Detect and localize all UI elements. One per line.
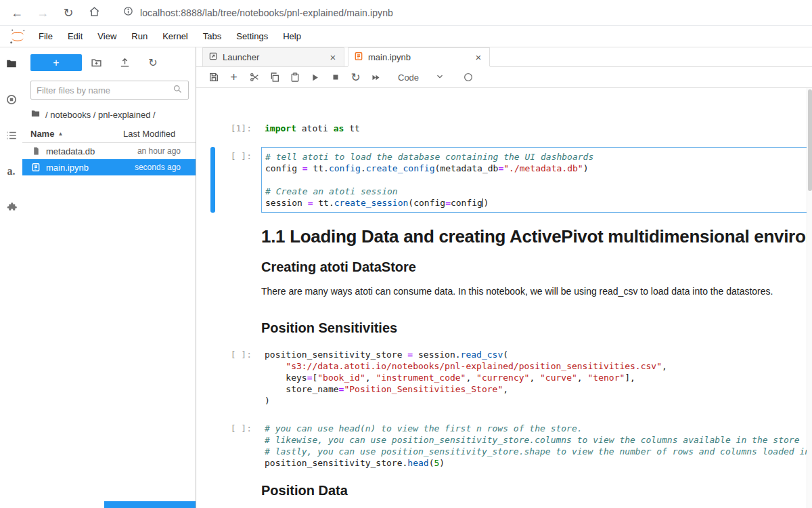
- cut-cells-icon[interactable]: [245, 69, 263, 85]
- cell-collapser[interactable]: [210, 419, 215, 472]
- address-bar[interactable]: localhost:8888/lab/tree/notebooks/pnl-ex…: [123, 6, 393, 19]
- close-icon[interactable]: ×: [328, 51, 338, 63]
- extension-manager-icon[interactable]: [5, 200, 18, 214]
- menu-help[interactable]: Help: [275, 26, 309, 47]
- kernel-status-icon[interactable]: [459, 69, 477, 85]
- table-of-contents-icon[interactable]: [5, 129, 18, 142]
- restart-kernel-icon[interactable]: ↻: [346, 69, 365, 85]
- tab-label: main.ipynb: [368, 52, 468, 62]
- new-folder-icon[interactable]: [82, 57, 110, 68]
- run-cell-icon[interactable]: [306, 69, 324, 85]
- code-cell-read-csv[interactable]: [ ]: position_sensitivity_store = sessio…: [196, 345, 812, 410]
- notebook-scrollbar[interactable]: [807, 88, 812, 508]
- cell-collapser[interactable]: [210, 119, 215, 137]
- atoti-extension-icon[interactable]: a.: [5, 165, 18, 178]
- url-text[interactable]: localhost:8888/lab/tree/notebooks/pnl-ex…: [140, 7, 393, 18]
- file-filter: [30, 81, 189, 100]
- dock-tab-bar: Launcher × main.ipynb ×: [196, 47, 812, 67]
- jupyter-logo-icon: [9, 28, 26, 45]
- markdown-heading-1: 1.1 Loading Data and creating ActivePivo…: [261, 226, 807, 247]
- notebook-content: [1]: import atoti as tt [ ]: # tell atot…: [196, 88, 812, 508]
- file-browser-panel: + ↻ / notebooks / pnl-explained / Name: [22, 47, 196, 508]
- running-sessions-icon[interactable]: [5, 93, 18, 106]
- panel-scroll-indicator: [104, 501, 196, 508]
- file-row-metadata-db[interactable]: metadata.db an hour ago: [22, 143, 196, 159]
- cell-prompt: [ ]:: [215, 419, 261, 472]
- info-icon[interactable]: [123, 6, 133, 19]
- file-modified: an hour ago: [123, 146, 187, 156]
- scrollbar-thumb[interactable]: [808, 89, 812, 191]
- close-icon[interactable]: ×: [473, 51, 484, 63]
- cell-prompt: [ ]:: [215, 345, 261, 410]
- cell-editor[interactable]: # tell atoti to load the database contai…: [261, 147, 812, 213]
- activity-bar: a.: [0, 47, 22, 508]
- cell-collapser[interactable]: [210, 147, 215, 213]
- menu-tabs[interactable]: Tabs: [196, 26, 229, 47]
- menu-file[interactable]: File: [31, 26, 60, 47]
- breadcrumb[interactable]: / notebooks / pnl-explained /: [22, 102, 196, 125]
- file-browser-toolbar: + ↻: [22, 47, 196, 74]
- file-list-header: Name ▲ Last Modified: [22, 125, 196, 143]
- run-all-cells-icon[interactable]: [367, 69, 385, 85]
- code-cell-head[interactable]: [ ]: # you can use head(n) to view the f…: [196, 419, 812, 472]
- cell-prompt: [ ]:: [215, 147, 261, 213]
- menu-edit[interactable]: Edit: [60, 26, 90, 47]
- file-name: metadata.db: [46, 146, 118, 156]
- chevron-down-icon: [435, 72, 445, 83]
- notebook-file-icon: [30, 162, 41, 173]
- menu-settings[interactable]: Settings: [229, 26, 275, 47]
- paste-cells-icon[interactable]: [286, 69, 304, 85]
- cell-editor[interactable]: # you can use head(n) to view the first …: [261, 419, 812, 472]
- cell-collapser[interactable]: [210, 345, 215, 410]
- home-icon[interactable]: [87, 6, 102, 20]
- code-cell-config-active[interactable]: [ ]: # tell atoti to load the database c…: [196, 147, 812, 213]
- file-icon: [30, 146, 41, 156]
- markdown-heading-position-data: Position Data: [261, 483, 807, 499]
- sort-asc-icon: ▲: [58, 131, 63, 137]
- file-name: main.ipynb: [46, 163, 118, 173]
- new-launcher-button[interactable]: +: [30, 54, 82, 71]
- forward-icon[interactable]: →: [35, 7, 50, 19]
- tab-label: Launcher: [223, 52, 323, 62]
- home-folder-icon[interactable]: [30, 108, 41, 121]
- markdown-heading-datastore: Creating atoti DataStore: [261, 259, 807, 275]
- save-icon[interactable]: [204, 69, 223, 85]
- upload-icon[interactable]: [110, 57, 139, 68]
- filter-input[interactable]: [37, 85, 173, 96]
- file-row-main-ipynb[interactable]: main.ipynb seconds ago: [22, 159, 196, 175]
- tab-main-ipynb[interactable]: main.ipynb ×: [348, 47, 490, 66]
- file-browser-icon[interactable]: [5, 57, 18, 70]
- back-icon[interactable]: ←: [9, 7, 24, 19]
- interrupt-kernel-icon[interactable]: [326, 69, 344, 85]
- code-cell-import[interactable]: [1]: import atoti as tt: [196, 119, 812, 137]
- reload-icon[interactable]: ↻: [61, 7, 76, 19]
- browser-toolbar: ← → ↻ localhost:8888/lab/tree/notebooks/…: [0, 0, 812, 26]
- jupyter-menubar: File Edit View Run Kernel Tabs Settings …: [0, 26, 812, 47]
- search-icon: [173, 84, 183, 97]
- menu-run[interactable]: Run: [124, 26, 155, 47]
- file-modified: seconds ago: [123, 163, 187, 172]
- cell-editor[interactable]: import atoti as tt: [261, 119, 812, 137]
- cell-editor[interactable]: position_sensitivity_store = session.rea…: [261, 345, 812, 410]
- markdown-paragraph: There are many ways atoti can consume da…: [261, 286, 807, 297]
- cell-prompt: [1]:: [215, 119, 261, 137]
- notebook-icon: [354, 51, 363, 63]
- refresh-icon[interactable]: ↻: [139, 56, 167, 69]
- menu-view[interactable]: View: [90, 26, 124, 47]
- cell-type-value: Code: [398, 72, 419, 83]
- add-cell-icon[interactable]: +: [225, 69, 243, 85]
- markdown-heading-sensitivities: Position Sensitivities: [261, 320, 807, 336]
- main-dock-panel: Launcher × main.ipynb × +: [196, 47, 812, 508]
- column-name[interactable]: Name ▲: [30, 129, 123, 139]
- breadcrumb-path[interactable]: / notebooks / pnl-explained /: [45, 110, 156, 120]
- column-last-modified[interactable]: Last Modified: [123, 129, 187, 139]
- cell-type-dropdown[interactable]: Code: [394, 72, 449, 83]
- notebook-toolbar: + ↻ Code: [196, 67, 812, 88]
- copy-cells-icon[interactable]: [265, 69, 284, 85]
- launcher-icon: [208, 51, 218, 63]
- tab-launcher[interactable]: Launcher ×: [202, 47, 344, 66]
- menu-kernel[interactable]: Kernel: [155, 26, 196, 47]
